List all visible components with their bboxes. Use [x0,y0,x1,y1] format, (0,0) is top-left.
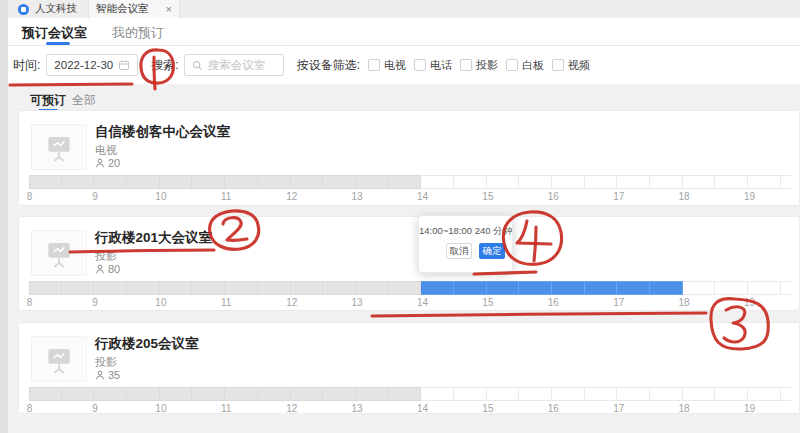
timeline-slot[interactable] [29,387,62,401]
timeline-slot[interactable] [127,175,160,189]
timeline-slot[interactable] [585,175,618,189]
timeline-slot[interactable] [160,175,193,189]
timeline-slot[interactable] [192,387,225,401]
timeline-slot[interactable] [225,387,258,401]
timeline-slot[interactable] [160,387,193,401]
room-capacity: 80 [95,263,120,275]
room-thumbnail [31,336,87,382]
window-tab-bar: 人文科技 智能会议室 × [8,0,800,18]
timeline-slot[interactable] [323,387,356,401]
timeline-slot[interactable] [291,281,324,295]
timeline-slot[interactable] [683,175,716,189]
timeline-slot[interactable] [683,281,716,295]
timeline-slot[interactable] [291,175,324,189]
timeline-slot[interactable] [291,387,324,401]
timeline-slot[interactable] [617,281,650,295]
timeline-slot[interactable] [781,387,791,401]
timeline-slot[interactable] [683,387,716,401]
timeline-slot[interactable] [650,387,683,401]
timeline-slot[interactable] [192,175,225,189]
window-tab[interactable]: 智能会议室 × [88,0,180,18]
timeline-slot[interactable] [421,281,454,295]
confirm-button[interactable]: 确定 [479,243,505,259]
timeline-slot[interactable] [356,175,389,189]
timeline-slot[interactable] [748,281,781,295]
hour-label: 15 [482,297,493,308]
timeline-slot[interactable] [650,175,683,189]
timeline-slot[interactable] [715,281,748,295]
tab-my-bookings[interactable]: 我的预订 [112,24,164,42]
timeline-slot[interactable] [454,387,487,401]
search-input[interactable]: 搜索会议室 [184,54,284,76]
timeline-slot[interactable] [454,175,487,189]
timeline-slot[interactable] [389,387,422,401]
timeline-slot[interactable] [94,175,127,189]
device-filter-label: 按设备筛选: [297,57,360,74]
timeline-slot[interactable] [519,175,552,189]
timeline-slot[interactable] [552,175,585,189]
phone-label: 电话 [430,58,452,73]
tv-checkbox[interactable] [368,59,380,71]
timeline-slot[interactable] [356,387,389,401]
timeline-slot[interactable] [356,281,389,295]
timeline-slot[interactable] [781,175,791,189]
close-tab-icon[interactable]: × [166,4,172,15]
phone-checkbox[interactable] [414,59,426,71]
hour-label: 9 [92,297,98,308]
timeline-slot[interactable] [585,387,618,401]
timeline-slot[interactable] [192,281,225,295]
timeline-slot[interactable] [225,175,258,189]
timeline-slot[interactable] [389,175,422,189]
timeline-slot[interactable] [258,281,291,295]
timeline-slot[interactable] [748,175,781,189]
timeline-slot[interactable] [748,387,781,401]
timeline-slot[interactable] [94,387,127,401]
tab-book-room[interactable]: 预订会议室 [22,24,87,42]
timeline-slot[interactable] [781,281,791,295]
whiteboard-checkbox[interactable] [506,59,518,71]
timeline-slot[interactable] [258,387,291,401]
timeline-slot[interactable] [160,281,193,295]
timeline-slot[interactable] [487,175,520,189]
projector-checkbox[interactable] [460,59,472,71]
timeline-slot[interactable] [62,175,95,189]
timeline-slot[interactable] [421,387,454,401]
tab-available[interactable]: 可预订 [30,92,66,109]
timeline-slot[interactable] [62,281,95,295]
hour-label: 12 [286,191,297,202]
timeline-slot[interactable] [519,281,552,295]
cancel-button[interactable]: 取消 [446,243,472,259]
timeline-slot[interactable] [62,387,95,401]
timeline-slot[interactable] [29,281,62,295]
timeline-slot[interactable] [617,175,650,189]
timeline-slot[interactable] [225,281,258,295]
timeline-slot[interactable] [650,281,683,295]
timeline-slot[interactable] [552,387,585,401]
timeline-slot[interactable] [127,281,160,295]
hour-label: 9 [92,403,98,414]
timeline-slot[interactable] [552,281,585,295]
timeline-slot[interactable] [323,281,356,295]
timeline-slot[interactable] [487,387,520,401]
timeline-slot[interactable] [715,175,748,189]
timeline-slot[interactable] [29,175,62,189]
hour-label: 16 [548,191,559,202]
timeline-slot[interactable] [94,281,127,295]
timeline-slot[interactable] [421,175,454,189]
presentation-board-icon [43,131,75,163]
timeline-slot[interactable] [454,281,487,295]
timeline-slot[interactable] [323,175,356,189]
tab-all[interactable]: 全部 [72,92,96,109]
person-icon [95,158,105,168]
timeline-slot[interactable] [715,387,748,401]
timeline-slot[interactable] [487,281,520,295]
timeline-slot[interactable] [389,281,422,295]
hour-label: 14 [417,403,428,414]
timeline-slot[interactable] [585,281,618,295]
timeline-slot[interactable] [617,387,650,401]
date-input[interactable]: 2022-12-30 [46,54,138,76]
timeline-slot[interactable] [127,387,160,401]
timeline-slot[interactable] [258,175,291,189]
timeline-slot[interactable] [519,387,552,401]
video-checkbox[interactable] [552,59,564,71]
